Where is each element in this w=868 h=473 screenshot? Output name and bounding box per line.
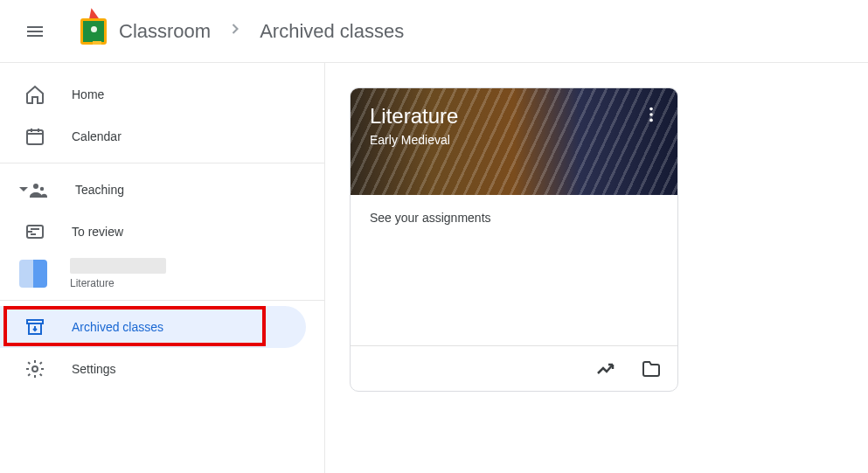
svg-rect-0 [27,130,43,144]
class-card[interactable]: Literature Early Medieval See your assig… [350,87,678,392]
assignments-link[interactable]: See your assignments [370,211,491,225]
gear-icon [24,358,45,379]
inbox-icon [24,221,45,242]
sidebar-item-label: To review [72,225,123,239]
sidebar-item-label: Calendar [72,129,122,143]
folder-button[interactable] [641,358,662,379]
main-menu-button[interactable] [14,10,56,52]
sidebar: Home Calendar Teaching T [0,63,325,473]
svg-point-7 [649,113,653,116]
people-icon [28,179,49,200]
calendar-icon [24,126,45,147]
svg-point-1 [33,184,38,189]
svg-point-2 [40,187,44,191]
class-card-body: See your assignments [351,195,677,345]
main-content: Literature Early Medieval See your assig… [325,63,868,473]
class-card-more-button[interactable] [634,97,669,132]
trending-up-icon [595,358,616,379]
sidebar-item-archived[interactable]: Archived classes [0,306,306,348]
sidebar-item-label: Teaching [75,183,124,197]
sidebar-item-label: Home [72,87,104,101]
sidebar-item-home[interactable]: Home [0,73,324,115]
class-name-redacted [70,258,166,274]
class-subtitle: Literature [70,277,166,289]
sidebar-item-to-review[interactable]: To review [0,211,324,253]
class-card-title[interactable]: Literature [370,104,658,129]
class-card-header: Literature Early Medieval [351,88,677,195]
chevron-right-icon [226,20,244,43]
sidebar-item-label: Archived classes [72,320,163,334]
home-icon [24,84,45,105]
sidebar-item-label: Settings [72,362,116,376]
more-vert-icon [642,105,661,124]
breadcrumb-root[interactable]: Classroom [119,20,211,43]
svg-point-5 [32,366,38,372]
hamburger-icon [24,21,45,42]
class-card-footer [351,345,677,391]
svg-point-6 [649,108,653,111]
folder-icon [641,358,662,379]
class-color-icon [19,260,47,288]
trending-button[interactable] [595,358,616,379]
svg-rect-4 [27,320,43,323]
breadcrumb: Classroom Archived classes [119,20,404,43]
svg-point-8 [649,119,653,122]
app-header: Classroom Archived classes [0,0,868,63]
sidebar-item-teaching[interactable]: Teaching [0,169,324,211]
sidebar-item-calendar[interactable]: Calendar [0,115,324,157]
sidebar-item-class[interactable]: Literature [0,253,324,295]
breadcrumb-current: Archived classes [260,20,404,43]
sidebar-item-settings[interactable]: Settings [0,348,324,390]
archive-icon [24,316,45,337]
app-logo [80,18,107,45]
class-card-subtitle: Early Medieval [370,133,658,147]
